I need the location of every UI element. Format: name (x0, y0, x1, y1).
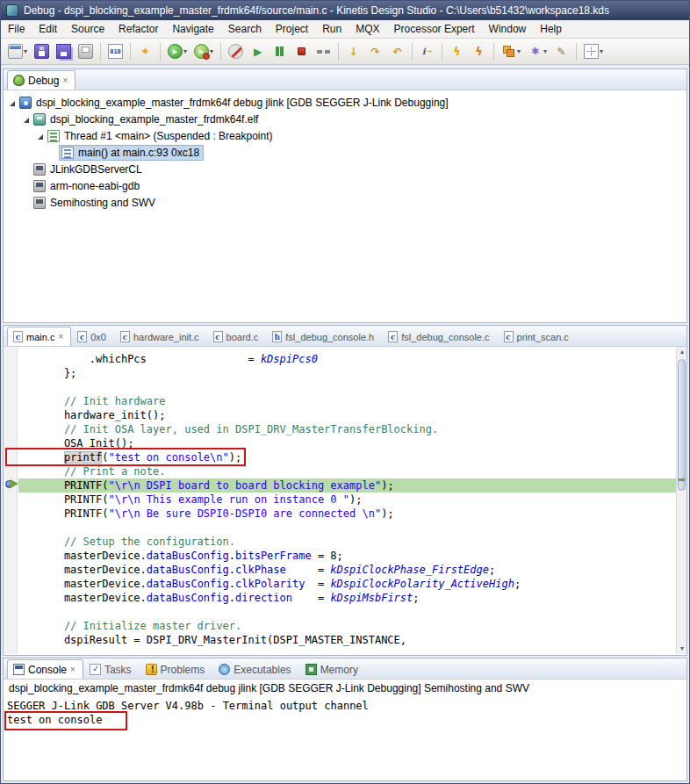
terminate-button[interactable] (291, 41, 312, 61)
code-line[interactable]: masterDevice.dataBusConfig.bitsPerFrame … (39, 549, 676, 563)
close-icon[interactable]: × (58, 332, 63, 342)
code-line[interactable]: PRINTF("\r\n This example run on instanc… (39, 493, 676, 507)
code-line[interactable]: masterDevice.dataBusConfig.clkPhase = kD… (39, 563, 676, 577)
close-icon[interactable]: × (70, 665, 75, 674)
menu-help[interactable]: Help (533, 20, 569, 38)
dropdown-arrow-icon[interactable]: ▾ (210, 47, 213, 55)
binary-console-button[interactable] (105, 41, 126, 61)
dropdown-arrow-icon[interactable]: ▾ (543, 47, 547, 55)
tab-problems[interactable]: Problems (140, 659, 213, 679)
debug-tree-row[interactable]: arm-none-eabi-gdb (4, 177, 686, 194)
flash-programmer-icon (449, 44, 464, 59)
debug-tree-row[interactable]: main() at main.c:93 0xc18 (4, 144, 686, 161)
debug-tree-row[interactable]: JLinkGDBServerCL (4, 161, 686, 177)
editor-tab-fsl-debug-console-c[interactable]: cfsl_debug_console.c (382, 327, 497, 346)
code-token: . (229, 578, 235, 590)
debug-tree-row[interactable]: dspi_blocking_example_master_frdmk64f de… (4, 94, 686, 111)
menu-edit[interactable]: Edit (32, 20, 64, 38)
run-button[interactable]: ▾ (191, 41, 216, 61)
code-line[interactable] (39, 605, 676, 619)
debug-tree-row[interactable]: dspi_blocking_example_master_frdmk64f.el… (4, 111, 686, 127)
code-line[interactable]: .whichPcs = kDspiPcs0 (39, 352, 676, 366)
editor-tab-print-scan-c[interactable]: cprint_scan.c (498, 327, 577, 346)
dropdown-arrow-icon[interactable]: ▾ (600, 47, 603, 55)
editor-tab-0x0[interactable]: c0x0 (71, 327, 114, 346)
menu-navigate[interactable]: Navigate (165, 20, 220, 38)
dropdown-arrow-icon[interactable]: ▾ (183, 47, 187, 55)
expand-arrow-icon[interactable] (21, 114, 31, 124)
code-line[interactable]: // Init hardware (39, 394, 676, 408)
console-output[interactable]: SEGGER J-Link GDB Server V4.98b - Termin… (4, 696, 686, 730)
resume-button[interactable] (248, 41, 268, 61)
code-line[interactable] (39, 521, 676, 535)
code-line[interactable]: // Initialize master driver. (39, 619, 676, 633)
save-all-button[interactable] (54, 41, 74, 61)
menu-processor-expert[interactable]: Processor Expert (387, 20, 482, 38)
code-line[interactable]: // Init OSA layer, used in DSPI_DRV_Mast… (39, 422, 676, 436)
menu-run[interactable]: Run (315, 20, 349, 38)
suspend-button[interactable] (270, 41, 290, 61)
code-line[interactable]: // Setup the configuration. (39, 535, 676, 549)
code-token: masterDevice. (39, 592, 147, 604)
editor-tab-hardware-init-c[interactable]: chardware_init.c (114, 327, 207, 346)
scroll-down-icon[interactable]: ▼ (677, 644, 686, 654)
editor-scrollbar[interactable]: ▲ ▼ (676, 347, 686, 654)
editor-tab-fsl-debug-console-h[interactable]: hfsl_debug_console.h (266, 327, 382, 346)
titlebar[interactable]: Debug - dspi_blocking_example_master_frd… (1, 1, 689, 20)
code-token: kDspiMsbFirst (330, 592, 413, 604)
code-line[interactable]: // Print a note. (39, 464, 676, 478)
code-token: // Init OSA layer, used in DSPI_DRV_Mast… (39, 423, 438, 435)
flash-from-file-button[interactable] (469, 41, 489, 61)
expand-arrow-icon[interactable] (35, 131, 45, 140)
open-packages-icon (501, 44, 516, 59)
console-tab-label: Executables (234, 664, 291, 676)
new-wizard-button[interactable]: ▾ (525, 41, 550, 61)
code-line[interactable] (39, 380, 676, 394)
expand-arrow-icon[interactable] (7, 97, 17, 107)
code-line[interactable]: dspiResult = DSPI_DRV_MasterInit(DSPI_MA… (39, 633, 676, 647)
code-line[interactable]: }; (39, 366, 676, 380)
open-packages-button[interactable]: ▾ (499, 41, 523, 61)
step-over-button[interactable] (365, 41, 385, 61)
scroll-up-icon[interactable]: ▲ (677, 347, 686, 357)
dropdown-arrow-icon[interactable]: ▾ (24, 47, 27, 55)
menu-refactor[interactable]: Refactor (111, 20, 165, 38)
tab-console[interactable]: Console× (7, 659, 83, 679)
print-button[interactable] (75, 41, 96, 61)
step-return-button[interactable] (387, 41, 407, 61)
skip-all-breakpoints-button[interactable] (226, 41, 246, 61)
save-button[interactable] (32, 41, 52, 61)
instruction-stepping-button[interactable] (417, 41, 437, 61)
code-line[interactable]: PRINTF("\r\n DSPI board to board blockin… (18, 478, 676, 493)
code-line[interactable]: hardware_init(); (39, 408, 676, 422)
disconnect-button[interactable] (313, 41, 334, 61)
code-line[interactable]: PRINTF("\r\n Be sure DSPI0-DSPI0 are con… (39, 507, 676, 521)
menu-project[interactable]: Project (269, 20, 315, 38)
code-line[interactable]: masterDevice.dataBusConfig.direction = k… (39, 591, 676, 605)
debug-button[interactable]: ▾ (165, 41, 190, 61)
code-editor[interactable]: .whichPcs = kDspiPcs0 }; // Init hardwar… (4, 347, 686, 654)
close-icon[interactable]: × (62, 76, 68, 85)
debug-tree-row[interactable]: Semihosting and SWV (4, 194, 686, 211)
tab-tasks[interactable]: Tasks (83, 659, 140, 679)
tab-debug[interactable]: Debug × (7, 70, 75, 90)
menu-mqx[interactable]: MQX (349, 20, 386, 38)
menu-window[interactable]: Window (482, 20, 534, 38)
scrollbar-thumb[interactable] (678, 359, 686, 491)
tab-memory[interactable]: Memory (299, 659, 366, 679)
flash-programmer-button[interactable] (447, 41, 467, 61)
processor-expert-button[interactable] (135, 41, 155, 61)
step-into-button[interactable] (343, 41, 363, 61)
code-line[interactable]: masterDevice.dataBusConfig.clkPolarity =… (39, 577, 676, 591)
editor-tab-main-c[interactable]: cmain.c× (7, 327, 71, 346)
annotate-button[interactable] (551, 41, 571, 61)
menu-source[interactable]: Source (64, 20, 111, 38)
debug-tree-row[interactable]: Thread #1 <main> (Suspended : Breakpoint… (4, 127, 686, 144)
open-perspective-button[interactable]: ▾ (581, 41, 606, 61)
dropdown-arrow-icon[interactable]: ▾ (517, 47, 521, 55)
tab-executables[interactable]: Executables (212, 659, 298, 679)
new-button[interactable]: ▾ (5, 41, 30, 61)
menu-search[interactable]: Search (221, 20, 269, 38)
editor-tab-board-c[interactable]: cboard.c (207, 327, 267, 346)
menu-file[interactable]: File (1, 20, 32, 38)
